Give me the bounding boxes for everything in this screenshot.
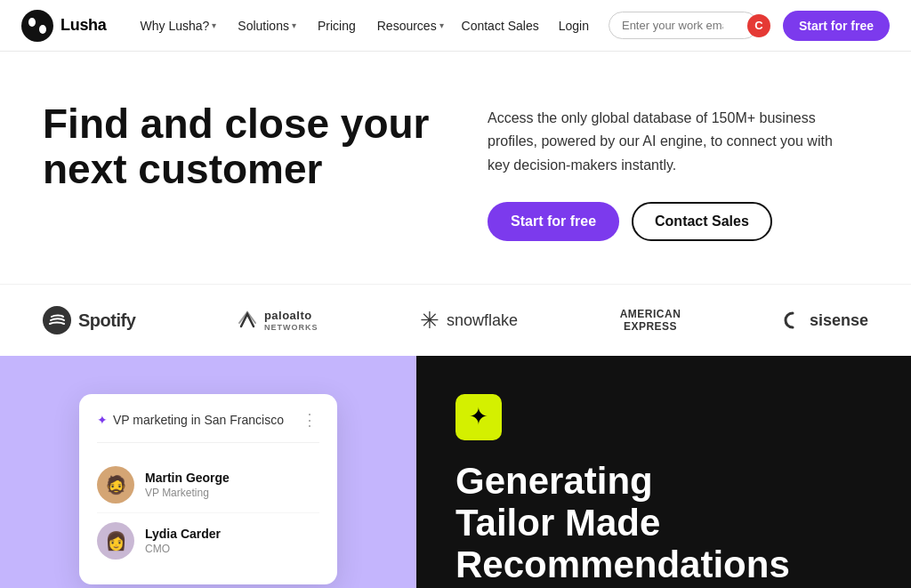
nav-pricing[interactable]: Pricing: [309, 13, 365, 38]
bottom-right-title: Generating Tailor Made Recommendations: [456, 460, 872, 585]
person-info-martin: Martin George VP Marketing: [145, 471, 319, 499]
nav-solutions[interactable]: Solutions ▾: [229, 13, 305, 38]
card-menu-icon[interactable]: ⋮: [302, 410, 319, 430]
logo-amex: AMERICANEXPRESS: [620, 308, 681, 334]
person-name-lydia: Lydia Carder: [145, 527, 319, 541]
ai-badge-icon: ✦: [456, 394, 502, 440]
svg-point-2: [39, 25, 46, 34]
person-row-2: 👩 Lydia Carder CMO: [97, 512, 319, 568]
person-name-martin: Martin George: [145, 471, 319, 485]
logo-snowflake: ✳ snowflake: [420, 307, 518, 334]
sisense-text: sisense: [810, 311, 868, 330]
amex-text: AMERICANEXPRESS: [620, 308, 681, 334]
chevron-down-icon: ▾: [212, 20, 216, 30]
search-card-header: ✦ VP marketing in San Francisco ⋮: [97, 410, 319, 443]
hero-left: Find and close your next customer: [43, 101, 434, 191]
snowflake-icon: ✳: [420, 307, 439, 334]
user-avatar-badge: C: [747, 14, 770, 37]
hero-section: Find and close your next customer Access…: [0, 52, 911, 284]
navbar: Lusha Why Lusha? ▾ Solutions ▾ Pricing R…: [0, 0, 911, 52]
paloalto-icon: [238, 310, 257, 330]
logo-paloalto: paloalto NETWORKS: [238, 309, 318, 332]
nav-resources[interactable]: Resources ▾: [368, 13, 453, 38]
bottom-right-black: ✦ Generating Tailor Made Recommendations: [416, 356, 911, 588]
search-card: ✦ VP marketing in San Francisco ⋮ 🧔 Mart…: [79, 394, 337, 584]
spotify-text: Spotify: [78, 310, 135, 331]
start-free-button-hero[interactable]: Start for free: [488, 202, 619, 241]
paloalto-networks-text: NETWORKS: [264, 323, 318, 332]
person-row-1: 🧔 Martin George VP Marketing: [97, 457, 319, 512]
hero-title: Find and close your next customer: [43, 101, 434, 191]
nav-links: Why Lusha? ▾ Solutions ▾ Pricing Resourc…: [132, 13, 462, 38]
logo[interactable]: Lusha: [21, 10, 107, 42]
person-title-lydia: CMO: [145, 543, 319, 555]
bottom-section: ✦ VP marketing in San Francisco ⋮ 🧔 Mart…: [0, 356, 911, 588]
sisense-icon: [783, 310, 802, 330]
login-link[interactable]: Login: [548, 13, 600, 38]
logos-strip: Spotify paloalto NETWORKS ✳ snowflake AM…: [0, 284, 911, 356]
email-input-wrapper: C: [609, 12, 758, 39]
start-free-button-nav[interactable]: Start for free: [783, 11, 890, 41]
nav-right: Contact Sales Login C Start for free: [462, 11, 890, 41]
svg-point-1: [28, 18, 36, 27]
person-title-martin: VP Marketing: [145, 487, 319, 499]
chevron-down-icon: ▾: [439, 20, 444, 30]
logo-sisense: sisense: [783, 310, 868, 330]
chevron-down-icon: ▾: [292, 20, 296, 30]
hero-buttons: Start for free Contact Sales: [488, 202, 843, 241]
nav-why-lusha[interactable]: Why Lusha? ▾: [132, 13, 226, 38]
sparkle-icon: ✦: [97, 413, 108, 427]
bottom-left-purple: ✦ VP marketing in San Francisco ⋮ 🧔 Mart…: [0, 356, 416, 588]
logo-spotify: Spotify: [43, 306, 135, 334]
avatar-lydia: 👩: [97, 522, 134, 560]
hero-right: Access the only global database of 150M+…: [434, 101, 843, 241]
snowflake-text: snowflake: [447, 311, 518, 330]
search-query: ✦ VP marketing in San Francisco: [97, 413, 284, 427]
email-input[interactable]: [609, 12, 758, 39]
contact-sales-button-hero[interactable]: Contact Sales: [632, 202, 772, 241]
svg-point-0: [21, 10, 53, 42]
person-info-lydia: Lydia Carder CMO: [145, 527, 319, 555]
svg-point-3: [43, 306, 71, 334]
avatar-martin: 🧔: [97, 466, 134, 503]
logo-text: Lusha: [60, 16, 107, 35]
contact-sales-link[interactable]: Contact Sales: [462, 19, 539, 33]
hero-description: Access the only global database of 150M+…: [488, 107, 843, 177]
paloalto-text: paloalto: [264, 309, 318, 322]
